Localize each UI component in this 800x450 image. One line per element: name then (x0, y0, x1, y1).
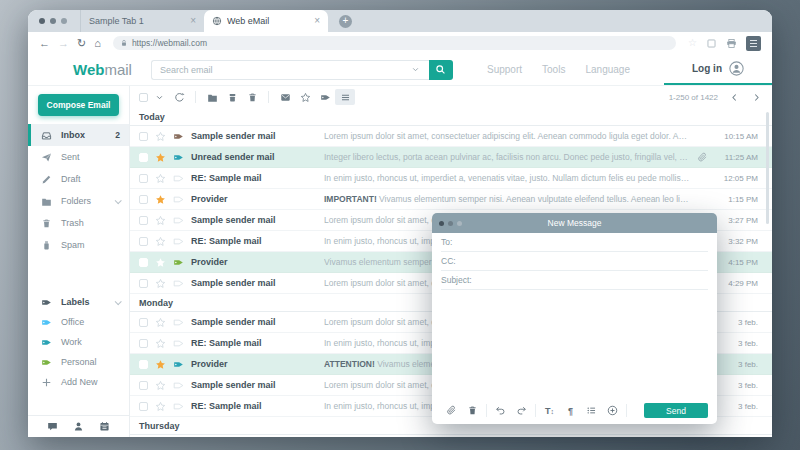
compose-field-to[interactable]: To: (441, 233, 708, 252)
row-checkbox[interactable] (139, 381, 148, 390)
folder-icon[interactable] (202, 92, 222, 103)
chat-icon[interactable] (47, 421, 58, 432)
redo-icon[interactable] (511, 405, 532, 416)
chevron-down-icon[interactable] (149, 92, 169, 103)
next-page-icon[interactable] (751, 92, 762, 103)
search-options-chevron-icon[interactable] (410, 64, 421, 75)
compose-field-cc[interactable]: CC: (441, 252, 708, 271)
chevron-down-icon[interactable] (115, 298, 122, 305)
sidebar-item-trash[interactable]: Trash (28, 212, 129, 234)
star-icon[interactable] (155, 278, 166, 289)
print-icon[interactable] (726, 38, 737, 49)
forward-icon[interactable]: → (58, 38, 69, 49)
row-checkbox[interactable] (139, 216, 148, 225)
star-icon[interactable] (155, 338, 166, 349)
compose-field-subject[interactable]: Subject: (441, 271, 708, 290)
nav-link-support[interactable]: Support (487, 64, 522, 75)
undo-icon[interactable] (490, 405, 511, 416)
row-checkbox[interactable] (139, 153, 148, 162)
star-icon[interactable] (155, 131, 166, 142)
archive-icon[interactable] (222, 92, 242, 103)
sidebar-item-work[interactable]: Work (28, 332, 129, 352)
sidebar-item-draft[interactable]: Draft (28, 168, 129, 190)
star-icon[interactable] (155, 380, 166, 391)
sidebar-item-sent[interactable]: Sent (28, 146, 129, 168)
email-row[interactable]: Sample sender mailLorem ipsum dolor sit … (130, 126, 772, 147)
email-row[interactable]: Unread sender mailInteger libero lectus,… (130, 147, 772, 168)
window-control-dot[interactable] (61, 18, 67, 24)
window-controls[interactable] (39, 18, 67, 24)
sidebar-item-personal[interactable]: Personal (28, 352, 129, 372)
sidebar-item-spam[interactable]: Spam (28, 234, 129, 256)
window-control-dot[interactable] (50, 18, 56, 24)
back-icon[interactable]: ← (39, 38, 50, 49)
star-icon[interactable] (295, 92, 315, 103)
attach-icon[interactable] (441, 405, 462, 416)
person-icon[interactable] (73, 421, 84, 432)
star-icon[interactable] (155, 401, 166, 412)
compose-titlebar[interactable]: New Message (432, 213, 717, 233)
sidebar-item-add-new[interactable]: Add New (28, 372, 129, 392)
star-icon[interactable] (155, 173, 166, 184)
prev-page-icon[interactable] (729, 92, 740, 103)
new-tab-button[interactable]: + (339, 15, 352, 28)
compose-email-button[interactable]: Compose Email (38, 94, 119, 116)
sidebar-item-labels[interactable]: Labels (28, 292, 129, 312)
email-row[interactable]: ProviderIMPORTANT! Vivamus elementum sem… (130, 189, 772, 210)
compose-message-body[interactable] (432, 290, 717, 397)
modal-control-dot[interactable] (448, 221, 453, 226)
bookmark-star-icon[interactable]: ☆ (688, 38, 697, 48)
star-icon[interactable] (155, 317, 166, 328)
sidebar-item-inbox[interactable]: Inbox2 (28, 124, 129, 146)
email-row[interactable]: RE: Sample mailIn enim justo, rhoncus ut… (130, 168, 772, 189)
browser-tab[interactable]: Web eMail× (204, 10, 328, 32)
add-icon[interactable] (602, 405, 623, 416)
row-checkbox[interactable] (139, 237, 148, 246)
nav-link-tools[interactable]: Tools (542, 64, 565, 75)
browser-tab[interactable]: Sample Tab 1× (80, 10, 204, 32)
row-checkbox[interactable] (139, 132, 148, 141)
row-checkbox[interactable] (139, 339, 148, 348)
list-icon[interactable] (581, 405, 602, 416)
search-button[interactable] (429, 60, 453, 80)
scrollbar[interactable] (766, 112, 769, 224)
home-icon[interactable]: ⌂ (94, 38, 101, 49)
reload-icon[interactable]: ↻ (77, 38, 86, 49)
select-all-checkbox[interactable] (139, 93, 148, 102)
row-checkbox[interactable] (139, 318, 148, 327)
star-icon[interactable] (155, 359, 166, 370)
chevron-down-icon[interactable] (115, 197, 122, 204)
sidebar-item-folders[interactable]: Folders (28, 190, 129, 212)
star-icon[interactable] (155, 257, 166, 268)
envelope-icon[interactable] (275, 92, 295, 103)
modal-window-controls[interactable] (439, 221, 462, 226)
trash-icon[interactable] (242, 92, 262, 103)
modal-control-dot[interactable] (439, 221, 444, 226)
list-view-icon[interactable] (335, 89, 355, 105)
refresh-icon[interactable] (169, 92, 189, 103)
nav-link-language[interactable]: Language (585, 64, 630, 75)
row-checkbox[interactable] (139, 258, 148, 267)
paragraph-icon[interactable]: ¶ (560, 406, 581, 416)
extension-icon[interactable] (706, 38, 717, 49)
row-checkbox[interactable] (139, 195, 148, 204)
star-icon[interactable] (155, 194, 166, 205)
star-icon[interactable] (155, 236, 166, 247)
row-checkbox[interactable] (139, 360, 148, 369)
window-control-dot[interactable] (39, 18, 45, 24)
trash-icon[interactable] (462, 405, 483, 416)
row-checkbox[interactable] (139, 402, 148, 411)
row-checkbox[interactable] (139, 174, 148, 183)
sidebar-item-office[interactable]: Office (28, 312, 129, 332)
tag-icon[interactable] (315, 92, 335, 103)
star-icon[interactable] (155, 152, 166, 163)
modal-control-dot[interactable] (457, 221, 462, 226)
close-icon[interactable]: × (314, 16, 320, 26)
star-icon[interactable] (155, 215, 166, 226)
send-button[interactable]: Send (644, 403, 708, 418)
browser-menu-button[interactable] (746, 36, 761, 51)
login-button[interactable]: Log in (664, 54, 772, 85)
search-input[interactable]: Search email (151, 60, 429, 80)
text-format-icon[interactable]: T↕ (539, 406, 560, 416)
calendar-icon[interactable] (99, 421, 110, 432)
